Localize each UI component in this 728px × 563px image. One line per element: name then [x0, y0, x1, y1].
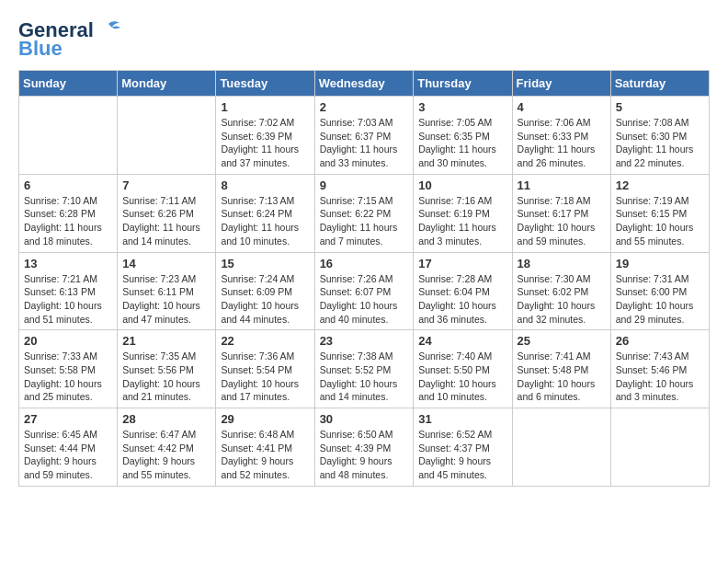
- weekday-header-friday: Friday: [512, 71, 610, 97]
- day-number: 5: [616, 100, 704, 114]
- calendar-cell: 8Sunrise: 7:13 AM Sunset: 6:24 PM Daylig…: [216, 174, 314, 252]
- calendar-cell: 26Sunrise: 7:43 AM Sunset: 5:46 PM Dayli…: [610, 330, 709, 408]
- calendar-cell: 17Sunrise: 7:28 AM Sunset: 6:04 PM Dayli…: [414, 252, 512, 330]
- day-number: 16: [320, 257, 409, 270]
- day-number: 31: [418, 412, 506, 426]
- weekday-header-thursday: Thursday: [414, 71, 512, 97]
- day-number: 4: [518, 100, 606, 114]
- day-number: 28: [122, 412, 210, 426]
- day-info: Sunrise: 7:06 AM Sunset: 6:33 PM Dayligh…: [518, 116, 606, 170]
- calendar-cell: 6Sunrise: 7:10 AM Sunset: 6:28 PM Daylig…: [19, 174, 118, 252]
- calendar-cell: 28Sunrise: 6:47 AM Sunset: 4:42 PM Dayli…: [118, 408, 216, 487]
- day-info: Sunrise: 7:28 AM Sunset: 6:04 PM Dayligh…: [418, 272, 506, 327]
- day-info: Sunrise: 7:41 AM Sunset: 5:48 PM Dayligh…: [518, 350, 606, 404]
- weekday-header-wednesday: Wednesday: [314, 71, 414, 97]
- logo: General Blue: [18, 18, 121, 61]
- calendar-cell: 9Sunrise: 7:15 AM Sunset: 6:22 PM Daylig…: [314, 174, 414, 252]
- day-number: 11: [518, 178, 606, 192]
- day-info: Sunrise: 7:21 AM Sunset: 6:13 PM Dayligh…: [24, 272, 112, 327]
- calendar-cell: 13Sunrise: 7:21 AM Sunset: 6:13 PM Dayli…: [19, 252, 118, 330]
- calendar-cell: 10Sunrise: 7:16 AM Sunset: 6:19 PM Dayli…: [414, 174, 512, 252]
- day-info: Sunrise: 6:45 AM Sunset: 4:44 PM Dayligh…: [24, 428, 112, 482]
- day-number: 17: [418, 257, 506, 270]
- day-info: Sunrise: 7:15 AM Sunset: 6:22 PM Dayligh…: [320, 194, 409, 248]
- weekday-header-monday: Monday: [118, 71, 216, 97]
- day-info: Sunrise: 7:08 AM Sunset: 6:30 PM Dayligh…: [616, 116, 704, 170]
- week-row-3: 13Sunrise: 7:21 AM Sunset: 6:13 PM Dayli…: [19, 252, 710, 330]
- day-info: Sunrise: 7:40 AM Sunset: 5:50 PM Dayligh…: [418, 350, 506, 404]
- calendar-cell: 1Sunrise: 7:02 AM Sunset: 6:39 PM Daylig…: [216, 97, 314, 175]
- day-number: 2: [320, 100, 409, 114]
- weekday-header-tuesday: Tuesday: [216, 71, 314, 97]
- calendar-cell: 30Sunrise: 6:50 AM Sunset: 4:39 PM Dayli…: [314, 408, 414, 487]
- week-row-4: 20Sunrise: 7:33 AM Sunset: 5:58 PM Dayli…: [19, 330, 710, 408]
- calendar-cell: [610, 408, 709, 487]
- calendar-cell: 4Sunrise: 7:06 AM Sunset: 6:33 PM Daylig…: [512, 97, 610, 175]
- day-info: Sunrise: 7:31 AM Sunset: 6:00 PM Dayligh…: [616, 272, 704, 327]
- day-number: 24: [418, 334, 506, 348]
- calendar-cell: [512, 408, 610, 487]
- weekday-header-saturday: Saturday: [610, 71, 709, 97]
- calendar-cell: 23Sunrise: 7:38 AM Sunset: 5:52 PM Dayli…: [314, 330, 414, 408]
- day-number: 14: [122, 257, 210, 270]
- day-number: 26: [616, 334, 704, 348]
- day-number: 25: [518, 334, 606, 348]
- calendar-cell: 27Sunrise: 6:45 AM Sunset: 4:44 PM Dayli…: [19, 408, 118, 487]
- day-number: 1: [221, 100, 309, 114]
- calendar-cell: 7Sunrise: 7:11 AM Sunset: 6:26 PM Daylig…: [118, 174, 216, 252]
- calendar-cell: 21Sunrise: 7:35 AM Sunset: 5:56 PM Dayli…: [118, 330, 216, 408]
- calendar-cell: 15Sunrise: 7:24 AM Sunset: 6:09 PM Dayli…: [216, 252, 314, 330]
- day-number: 18: [518, 257, 606, 270]
- day-info: Sunrise: 7:03 AM Sunset: 6:37 PM Dayligh…: [320, 116, 409, 170]
- day-info: Sunrise: 7:36 AM Sunset: 5:54 PM Dayligh…: [221, 350, 309, 404]
- day-info: Sunrise: 6:48 AM Sunset: 4:41 PM Dayligh…: [221, 428, 309, 482]
- day-number: 29: [221, 412, 309, 426]
- calendar-cell: 16Sunrise: 7:26 AM Sunset: 6:07 PM Dayli…: [314, 252, 414, 330]
- calendar-cell: 5Sunrise: 7:08 AM Sunset: 6:30 PM Daylig…: [610, 97, 709, 175]
- calendar-cell: 22Sunrise: 7:36 AM Sunset: 5:54 PM Dayli…: [216, 330, 314, 408]
- day-number: 8: [221, 178, 309, 192]
- day-info: Sunrise: 7:23 AM Sunset: 6:11 PM Dayligh…: [122, 272, 210, 327]
- day-info: Sunrise: 6:50 AM Sunset: 4:39 PM Dayligh…: [320, 428, 409, 482]
- day-info: Sunrise: 7:16 AM Sunset: 6:19 PM Dayligh…: [418, 194, 506, 248]
- calendar-cell: 2Sunrise: 7:03 AM Sunset: 6:37 PM Daylig…: [314, 97, 414, 175]
- day-info: Sunrise: 7:43 AM Sunset: 5:46 PM Dayligh…: [616, 350, 704, 404]
- day-info: Sunrise: 7:33 AM Sunset: 5:58 PM Dayligh…: [24, 350, 112, 404]
- day-number: 10: [418, 178, 506, 192]
- calendar-cell: 24Sunrise: 7:40 AM Sunset: 5:50 PM Dayli…: [414, 330, 512, 408]
- day-number: 15: [221, 257, 309, 270]
- day-info: Sunrise: 7:26 AM Sunset: 6:07 PM Dayligh…: [320, 272, 409, 327]
- calendar-cell: 29Sunrise: 6:48 AM Sunset: 4:41 PM Dayli…: [216, 408, 314, 487]
- day-info: Sunrise: 7:19 AM Sunset: 6:15 PM Dayligh…: [616, 194, 704, 248]
- day-info: Sunrise: 7:10 AM Sunset: 6:28 PM Dayligh…: [24, 194, 112, 248]
- weekday-header-sunday: Sunday: [19, 71, 118, 97]
- day-number: 21: [122, 334, 210, 348]
- day-number: 27: [24, 412, 112, 426]
- day-info: Sunrise: 7:35 AM Sunset: 5:56 PM Dayligh…: [122, 350, 210, 404]
- calendar-cell: 14Sunrise: 7:23 AM Sunset: 6:11 PM Dayli…: [118, 252, 216, 330]
- day-info: Sunrise: 7:24 AM Sunset: 6:09 PM Dayligh…: [221, 272, 309, 327]
- day-info: Sunrise: 7:18 AM Sunset: 6:17 PM Dayligh…: [518, 194, 606, 248]
- day-info: Sunrise: 6:47 AM Sunset: 4:42 PM Dayligh…: [122, 428, 210, 482]
- calendar-cell: [118, 97, 216, 175]
- calendar-cell: [19, 97, 118, 175]
- page-header: General Blue: [18, 18, 710, 61]
- day-number: 30: [320, 412, 409, 426]
- logo-blue-text: Blue: [18, 37, 63, 61]
- calendar-cell: 19Sunrise: 7:31 AM Sunset: 6:00 PM Dayli…: [610, 252, 709, 330]
- day-number: 3: [418, 100, 506, 114]
- calendar-cell: 20Sunrise: 7:33 AM Sunset: 5:58 PM Dayli…: [19, 330, 118, 408]
- logo-bird-icon: [96, 20, 121, 40]
- calendar-cell: 25Sunrise: 7:41 AM Sunset: 5:48 PM Dayli…: [512, 330, 610, 408]
- day-number: 20: [24, 334, 112, 348]
- day-info: Sunrise: 6:52 AM Sunset: 4:37 PM Dayligh…: [418, 428, 506, 482]
- day-number: 7: [122, 178, 210, 192]
- day-number: 13: [24, 257, 112, 270]
- day-info: Sunrise: 7:13 AM Sunset: 6:24 PM Dayligh…: [221, 194, 309, 248]
- day-info: Sunrise: 7:30 AM Sunset: 6:02 PM Dayligh…: [518, 272, 606, 327]
- day-number: 23: [320, 334, 409, 348]
- day-number: 22: [221, 334, 309, 348]
- calendar-cell: 11Sunrise: 7:18 AM Sunset: 6:17 PM Dayli…: [512, 174, 610, 252]
- calendar-table: SundayMondayTuesdayWednesdayThursdayFrid…: [18, 70, 710, 487]
- day-info: Sunrise: 7:38 AM Sunset: 5:52 PM Dayligh…: [320, 350, 409, 404]
